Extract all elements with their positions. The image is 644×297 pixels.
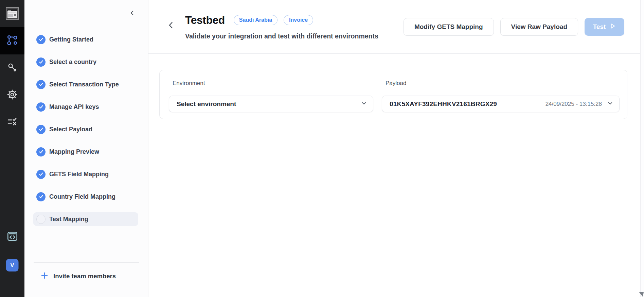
step-test-mapping[interactable]: Test Mapping (33, 212, 138, 226)
sidebar-footer: Invite team members (24, 262, 148, 297)
badge-group: Saudi Arabia Invoice (234, 15, 313, 25)
payload-selected-value: 01K5XAYF392EHHKV2161BRGX29 (390, 100, 497, 108)
main-content: Testbed Saudi Arabia Invoice Validate yo… (148, 0, 640, 297)
country-badge: Saudi Arabia (234, 15, 278, 25)
step-manage-api-keys[interactable]: Manage API keys (33, 100, 138, 114)
step-mapping-preview[interactable]: Mapping Preview (33, 145, 138, 159)
step-label: Country Field Mapping (49, 193, 115, 200)
step-label: Select a country (49, 59, 96, 66)
rail-item-api-keys[interactable] (0, 54, 24, 82)
step-status-icon (36, 57, 46, 67)
step-gets-field-mapping[interactable]: GETS Field Mapping (33, 167, 138, 181)
page-subtitle: Validate your integration and test with … (185, 32, 378, 40)
transaction-type-badge: Invoice (284, 15, 313, 25)
step-label: GETS Field Mapping (49, 171, 109, 178)
scrollbar-track[interactable] (640, 0, 644, 297)
payload-label: Payload (386, 80, 406, 87)
chevron-down-icon (361, 100, 367, 108)
rail-item-workflows[interactable] (0, 27, 24, 54)
mouse-cursor-artifact (639, 292, 644, 297)
gear-icon (7, 89, 18, 101)
plus-icon (41, 272, 48, 281)
step-select-payload[interactable]: Select Payload (33, 122, 138, 136)
code-window-icon (7, 231, 18, 243)
user-avatar[interactable]: V (6, 259, 19, 271)
title-block: Testbed Saudi Arabia Invoice Validate yo… (185, 14, 378, 40)
step-label: Mapping Preview (49, 148, 99, 155)
chevron-left-icon (129, 10, 135, 17)
steps-sidebar: Getting Started Select a country Select … (24, 0, 148, 297)
step-status-icon (36, 80, 46, 89)
test-configuration-card: Environment Select environment Payload 0… (159, 70, 627, 119)
play-icon (609, 23, 616, 31)
rail-nav (0, 27, 24, 136)
invite-team-members-button[interactable]: Invite team members (24, 272, 148, 281)
key-icon (7, 62, 17, 74)
rail-item-validation-list[interactable] (0, 109, 24, 136)
step-label: Test Mapping (49, 216, 88, 223)
chevron-left-icon (167, 21, 175, 31)
page-title: Testbed (185, 14, 225, 27)
invite-label: Invite team members (53, 273, 116, 280)
page-header: Testbed Saudi Arabia Invoice Validate yo… (148, 0, 640, 54)
step-label: Select Payload (49, 126, 92, 133)
header-actions: Modify GETS Mapping View Raw Payload Tes… (404, 18, 624, 36)
environment-label: Environment (173, 80, 205, 87)
list-check-icon (7, 117, 17, 128)
step-label: Select Transaction Type (49, 81, 119, 88)
back-button[interactable] (166, 20, 176, 31)
divider (34, 262, 139, 263)
step-status-icon (36, 147, 46, 156)
steps-list: Getting Started Select a country Select … (24, 33, 148, 235)
environment-select[interactable]: Select environment (169, 96, 373, 112)
step-select-country[interactable]: Select a country (33, 55, 138, 69)
environment-selected-value: Select environment (177, 100, 236, 108)
view-raw-payload-button[interactable]: View Raw Payload (500, 18, 578, 36)
payload-timestamp: 24/09/2025 - 13:15:28 (545, 101, 607, 108)
step-country-field-mapping[interactable]: Country Field Mapping (33, 190, 138, 203)
modify-gets-mapping-button[interactable]: Modify GETS Mapping (404, 18, 494, 36)
workflow-icon (7, 35, 18, 47)
test-button[interactable]: Test (585, 18, 624, 36)
step-label: Getting Started (49, 36, 93, 43)
collapse-sidebar-button[interactable] (128, 9, 137, 18)
chevron-down-icon (607, 100, 613, 108)
app-logo[interactable] (6, 6, 19, 20)
step-status-icon (36, 125, 46, 134)
step-status-icon (36, 192, 46, 201)
step-label: Manage API keys (49, 103, 99, 111)
step-getting-started[interactable]: Getting Started (33, 33, 138, 46)
payload-select[interactable]: 01K5XAYF392EHHKV2161BRGX29 24/09/2025 - … (382, 96, 620, 112)
step-status-icon (36, 35, 46, 44)
icon-rail: V (0, 0, 24, 297)
step-select-transaction-type[interactable]: Select Transaction Type (33, 78, 138, 91)
step-status-icon (36, 215, 46, 224)
step-status-icon (36, 170, 46, 179)
test-button-label: Test (593, 23, 606, 31)
app-window-icon (6, 15, 19, 21)
rail-item-settings[interactable] (0, 82, 24, 109)
step-status-icon (36, 102, 46, 112)
rail-item-developer[interactable] (0, 231, 24, 243)
